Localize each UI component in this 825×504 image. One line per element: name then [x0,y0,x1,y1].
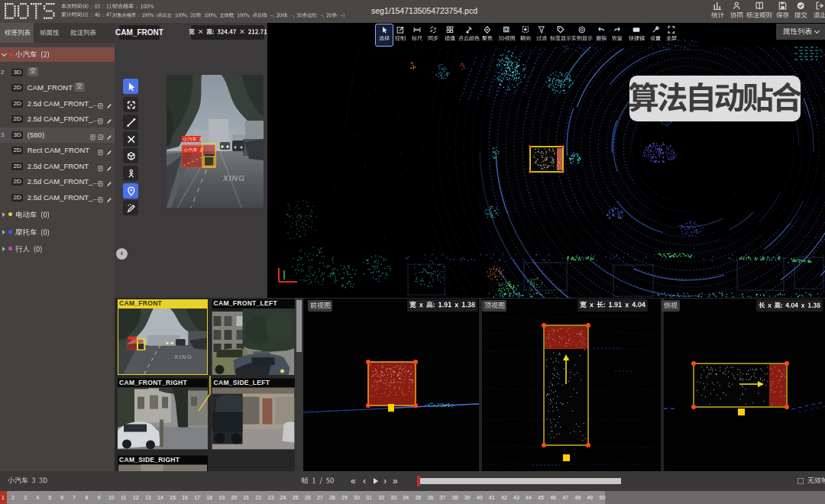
svg-text:XING: XING [222,173,246,183]
